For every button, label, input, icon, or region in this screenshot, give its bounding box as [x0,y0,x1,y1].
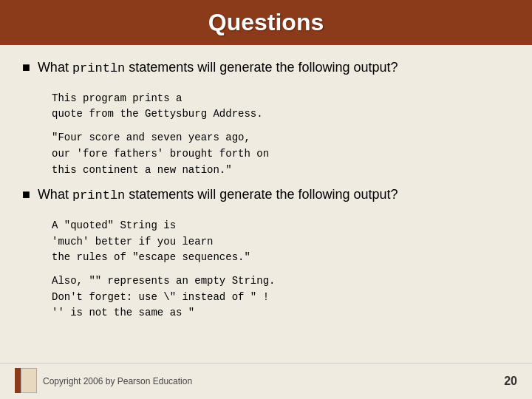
content-area: ■ What println statements will generate … [0,45,532,336]
q1-mono: println [72,61,125,75]
bullet-1: ■ [22,60,30,75]
q2-mono: println [72,188,125,202]
question-2: ■ What println statements will generate … [22,185,510,205]
book-icon [15,368,37,395]
copyright-text: Copyright 2006 by Pearson Education [43,376,192,386]
page-number: 20 [504,375,517,388]
slide: Questions ■ What println statements will… [0,0,532,399]
footer: Copyright 2006 by Pearson Education 20 [0,363,532,399]
question-1-text: What println statements will generate th… [38,58,398,78]
q1-prefix: What [38,60,72,75]
q2-prefix: What [38,187,72,202]
q1-code-block-2: "Four score and seven years ago, our 'fo… [52,130,510,178]
q2-code-block-2: Also, "" represents an empty String. Don… [52,273,510,321]
q2-suffix: statements will generate the following o… [125,187,398,202]
q1-suffix: statements will generate the following o… [125,60,398,75]
book-spine [15,368,21,393]
question-1: ■ What println statements will generate … [22,58,510,78]
footer-left: Copyright 2006 by Pearson Education [15,368,192,395]
header: Questions [0,0,532,45]
question-2-text: What println statements will generate th… [38,185,398,205]
q2-code-block-1: A "quoted" String is 'much' better if yo… [52,218,510,266]
q1-code-block-1: This program prints a quote from the Get… [52,91,510,123]
slide-title: Questions [15,9,517,36]
bullet-2: ■ [22,187,30,202]
book-pages [21,368,37,393]
